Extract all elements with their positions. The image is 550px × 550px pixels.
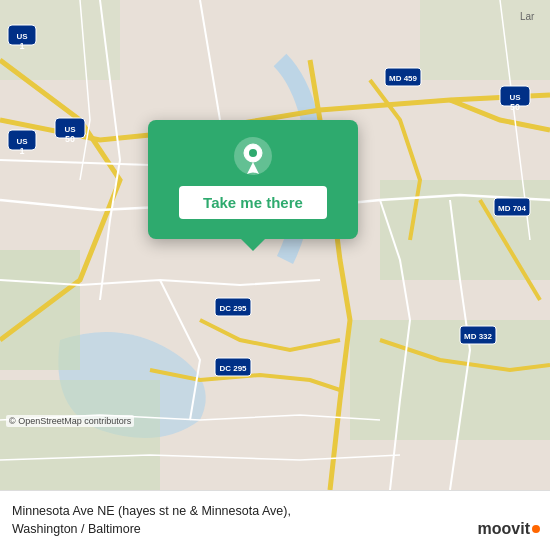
svg-rect-3 [350,320,550,440]
svg-text:Lar: Lar [520,11,535,22]
popup-card: Take me there [148,120,358,239]
svg-text:50: 50 [65,134,75,144]
svg-point-32 [249,149,257,157]
location-pin-icon [233,136,273,176]
svg-text:US: US [16,137,28,146]
svg-text:1: 1 [19,41,24,51]
svg-text:DC 295: DC 295 [219,304,247,313]
address-line1: Minnesota Ave NE (hayes st ne & Minnesot… [12,504,291,518]
svg-text:1: 1 [19,146,24,156]
address-text: Minnesota Ave NE (hayes st ne & Minnesot… [12,503,291,538]
map-container: US 1 US 1 US 50 US 50 DC 295 DC 295 MD 4… [0,0,550,490]
osm-credit: © OpenStreetMap contributors [6,415,134,427]
svg-text:DC 295: DC 295 [219,364,247,373]
svg-text:MD 459: MD 459 [389,74,418,83]
take-me-there-button[interactable]: Take me there [179,186,327,219]
svg-rect-5 [0,380,160,490]
moovit-logo-text: moovit [478,520,530,538]
moovit-logo: moovit [478,520,540,538]
address-line2: Washington / Baltimore [12,522,141,536]
svg-text:US: US [64,125,76,134]
bottom-bar: Minnesota Ave NE (hayes st ne & Minnesot… [0,490,550,550]
svg-text:50: 50 [510,102,520,112]
svg-text:US: US [16,32,28,41]
moovit-logo-dot [532,525,540,533]
svg-text:MD 332: MD 332 [464,332,493,341]
svg-text:MD 704: MD 704 [498,204,527,213]
svg-text:US: US [509,93,521,102]
